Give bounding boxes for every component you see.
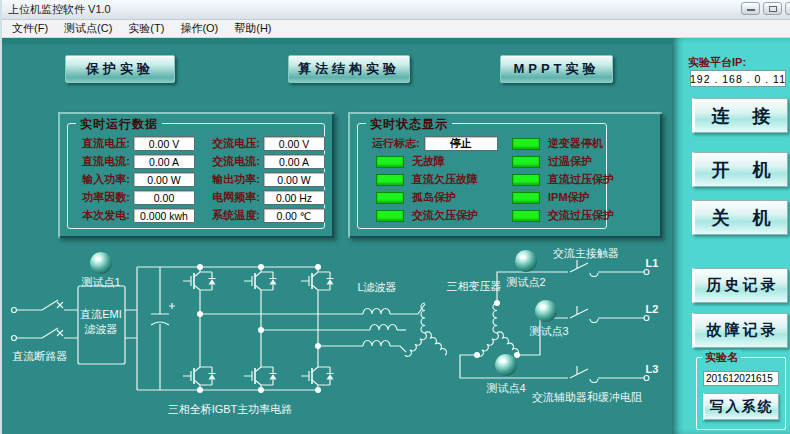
titlebar: 上位机监控软件 V1.0 bbox=[0, 0, 790, 20]
window-controls bbox=[741, 2, 790, 15]
l2-terminal-label: L2 bbox=[646, 303, 659, 315]
ac-voltage-value: 0.00 V bbox=[263, 136, 325, 151]
maximize-button[interactable] bbox=[763, 2, 782, 15]
inverter-stop-indicator: 逆变器停机 bbox=[508, 136, 614, 151]
test-point-3-label: 测试点3 bbox=[529, 325, 568, 337]
ac-voltage-row: 交流电压:0.00 V bbox=[202, 136, 325, 151]
platform-ip-input[interactable]: 192 . 168 . 0 . 11 bbox=[690, 70, 786, 87]
realtime-data-groupbox: 实时运行数据 直流电压:0.00 V 直流电流:0.00 A 输入功率:0.00… bbox=[67, 123, 325, 229]
menu-test-points[interactable]: 测试点(C) bbox=[56, 19, 120, 38]
input-power-value: 0.00 W bbox=[133, 172, 195, 187]
minimize-icon bbox=[747, 9, 755, 11]
inverter-stop-led bbox=[512, 138, 540, 150]
sidebar: 实验平台IP: 192 . 168 . 0 . 11 连 接 开 机 关 机 历… bbox=[672, 38, 790, 434]
write-system-button[interactable]: 写入系统 bbox=[703, 393, 779, 420]
no-fault-indicator: 无故障 bbox=[372, 154, 498, 169]
test-point-4-sphere bbox=[495, 354, 517, 376]
experiment-name-label: 实验名 bbox=[702, 350, 741, 365]
ac-undervoltage-protection-indicator: 交流欠压保护 bbox=[372, 208, 498, 223]
dc-current-value: 0.00 A bbox=[133, 154, 195, 169]
power-circuit-diagram: 直流断路器 测试点1 直流EMI 滤波器 三相全桥IGBT主功率电路 L滤波器 … bbox=[0, 238, 672, 434]
dc-voltage-row: 直流电压:0.00 V bbox=[72, 136, 195, 151]
transformer-label: 三相变压器 bbox=[447, 280, 502, 292]
run-flag-row: 运行标志: 停止 bbox=[372, 136, 498, 151]
menu-experiment[interactable]: 实验(T) bbox=[120, 19, 172, 38]
system-temperature-value: 0.00 ℃ bbox=[263, 208, 325, 223]
dc-current-row: 直流电流:0.00 A bbox=[72, 154, 195, 169]
minimize-button[interactable] bbox=[741, 2, 760, 15]
realtime-data-right-column: 交流电压:0.00 V 交流电流:0.00 A 输出功率:0.00 W 电网频率… bbox=[202, 136, 325, 223]
ipm-protection-indicator: IPM保护 bbox=[508, 190, 614, 205]
no-fault-led bbox=[376, 156, 404, 168]
menu-help[interactable]: 帮助(H) bbox=[226, 19, 279, 38]
islanding-led bbox=[376, 192, 404, 204]
energy-generated-value: 0.000 kwh bbox=[133, 208, 195, 223]
protection-experiment-button[interactable]: 保护实验 bbox=[65, 55, 175, 83]
power-off-button[interactable]: 关 机 bbox=[692, 200, 788, 235]
ac-overvoltage-protection-indicator: 交流过压保护 bbox=[508, 208, 614, 223]
fault-record-button[interactable]: 故障记录 bbox=[692, 313, 788, 348]
output-power-value: 0.00 W bbox=[263, 172, 325, 187]
overtemp-protection-indicator: 过温保护 bbox=[508, 154, 614, 169]
mppt-experiment-button[interactable]: MPPT实验 bbox=[500, 55, 613, 83]
l3-terminal-label: L3 bbox=[646, 363, 659, 375]
maximize-icon bbox=[769, 6, 777, 12]
l1-terminal-label: L1 bbox=[646, 257, 659, 269]
dc-overvoltage-protection-indicator: 直流过压保护 bbox=[508, 172, 614, 187]
ipm-led bbox=[512, 192, 540, 204]
menu-operation[interactable]: 操作(O) bbox=[172, 19, 226, 38]
menu-file[interactable]: 文件(F) bbox=[4, 19, 56, 38]
dc-undervoltage-fault-indicator: 直流欠压故障 bbox=[372, 172, 498, 187]
l-filter-label: L滤波器 bbox=[357, 281, 396, 293]
input-power-row: 输入功率:0.00 W bbox=[72, 172, 195, 187]
power-factor-value: 0.00 bbox=[133, 190, 195, 205]
test-point-1-sphere bbox=[90, 252, 112, 274]
algorithm-structure-experiment-button[interactable]: 算法结构实验 bbox=[288, 55, 410, 83]
status-groupbox: 实时状态显示 运行标志: 停止 无故障 直流欠压故障 孤岛保护 交流欠压保护 逆… bbox=[357, 123, 607, 229]
grid-frequency-row: 电网频率:0.00 Hz bbox=[202, 190, 325, 205]
ac-current-row: 交流电流:0.00 A bbox=[202, 154, 325, 169]
menubar: 文件(F) 测试点(C) 实验(T) 操作(O) 帮助(H) bbox=[0, 20, 790, 38]
ac-current-value: 0.00 A bbox=[263, 154, 325, 169]
close-button[interactable] bbox=[785, 2, 790, 15]
power-factor-row: 功率因数:0.00 bbox=[72, 190, 195, 205]
experiment-name-input[interactable]: 201612021615 bbox=[703, 371, 779, 386]
dc-voltage-value: 0.00 V bbox=[133, 136, 195, 151]
power-on-button[interactable]: 开 机 bbox=[692, 152, 788, 187]
dc-breaker-label: 直流断路器 bbox=[12, 350, 68, 362]
status-panel: 实时状态显示 运行标志: 停止 无故障 直流欠压故障 孤岛保护 交流欠压保护 逆… bbox=[348, 112, 662, 238]
realtime-data-left-column: 直流电压:0.00 V 直流电流:0.00 A 输入功率:0.00 W 功率因数… bbox=[72, 136, 195, 223]
grid-frequency-value: 0.00 Hz bbox=[263, 190, 325, 205]
main-contactor-label: 交流主接触器 bbox=[553, 247, 619, 259]
energy-generated-row: 本次发电:0.000 kwh bbox=[72, 208, 195, 223]
test-point-1-label: 测试点1 bbox=[81, 276, 120, 288]
dc-undervoltage-led bbox=[376, 174, 404, 186]
emi-filter-label-line2: 滤波器 bbox=[85, 323, 118, 335]
app-window: 上位机监控软件 V1.0 文件(F) 测试点(C) 实验(T) 操作(O) 帮助… bbox=[0, 0, 790, 434]
ac-overvoltage-led bbox=[512, 210, 540, 222]
main-area: 保护实验 算法结构实验 MPPT实验 实时运行数据 直流电压:0.00 V 直流… bbox=[0, 38, 672, 434]
test-point-2-sphere bbox=[515, 250, 537, 272]
history-record-button[interactable]: 历史记录 bbox=[692, 268, 788, 303]
ac-undervoltage-led bbox=[376, 210, 404, 222]
test-point-2-label: 测试点2 bbox=[506, 276, 545, 288]
window-title: 上位机监控软件 V1.0 bbox=[0, 2, 111, 17]
run-flag-value: 停止 bbox=[424, 136, 498, 151]
status-left-column: 运行标志: 停止 无故障 直流欠压故障 孤岛保护 交流欠压保护 bbox=[372, 136, 498, 223]
test-point-4-label: 测试点4 bbox=[486, 382, 525, 394]
system-temperature-row: 系统温度:0.00 ℃ bbox=[202, 208, 325, 223]
test-point-3-sphere bbox=[535, 300, 557, 322]
output-power-row: 输出功率:0.00 W bbox=[202, 172, 325, 187]
status-right-column: 逆变器停机 过温保护 直流过压保护 IPM保护 交流过压保护 bbox=[508, 136, 614, 223]
experiment-name-groupbox: 实验名 201612021615 写入系统 bbox=[696, 357, 786, 430]
realtime-data-title: 实时运行数据 bbox=[76, 116, 162, 133]
overtemp-led bbox=[512, 156, 540, 168]
realtime-data-panel: 实时运行数据 直流电压:0.00 V 直流电流:0.00 A 输入功率:0.00… bbox=[58, 112, 334, 238]
islanding-protection-indicator: 孤岛保护 bbox=[372, 190, 498, 205]
emi-filter-label-line1: 直流EMI bbox=[79, 308, 122, 320]
aux-buffer-label: 交流辅助器和缓冲电阻 bbox=[532, 391, 643, 403]
connect-button[interactable]: 连 接 bbox=[692, 98, 788, 133]
platform-ip-label: 实验平台IP: bbox=[688, 55, 746, 70]
dc-overvoltage-led bbox=[512, 174, 540, 186]
igbt-bridge-label: 三相全桥IGBT主功率电路 bbox=[168, 403, 293, 415]
